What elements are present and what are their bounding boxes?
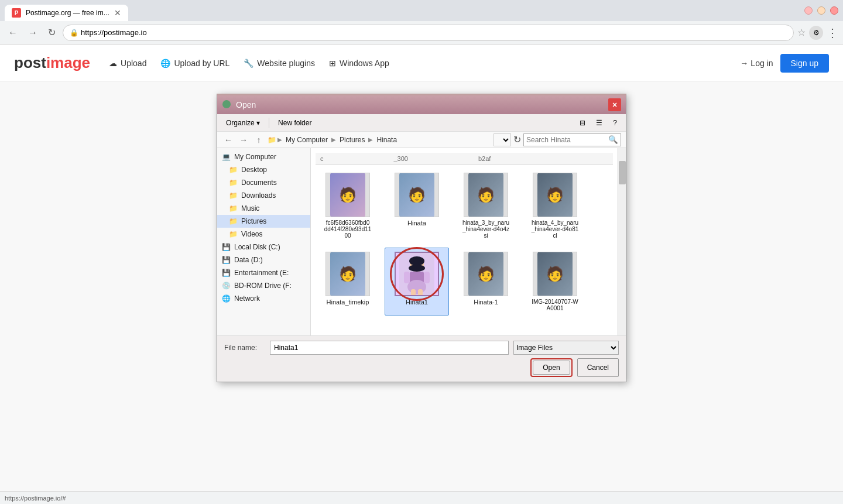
cancel-button[interactable]: Cancel	[577, 358, 619, 377]
network-icon: 🌐	[222, 294, 231, 303]
windows-icon: ⊞	[329, 59, 336, 68]
dialog-overlay: Open × Organize ▾ New folder ⊟ ☰ ? ←	[0, 82, 843, 492]
file-label-7: Hinata-1	[474, 299, 498, 306]
tab-close-icon[interactable]: ✕	[114, 8, 121, 18]
breadcrumb-bar: ← → ↑ 📁 ▶ My Computer ▶ Pictures ▶ Hinat…	[217, 132, 626, 148]
logo-image: image	[46, 54, 90, 71]
minimize-button[interactable]	[804, 6, 813, 15]
new-folder-button[interactable]: New folder	[274, 117, 316, 129]
file-thumb-3: 🧑	[464, 173, 508, 217]
sidebar-item-downloads[interactable]: 📁 Downloads	[217, 189, 310, 202]
reload-button[interactable]: ↻	[44, 25, 59, 40]
dialog-close-button[interactable]: ×	[608, 98, 621, 111]
bc-mycomputer[interactable]: My Computer	[283, 135, 330, 145]
hinata1-svg	[399, 252, 434, 296]
search-bar: 🔍	[523, 133, 621, 146]
file-label-5: Hinata_timekip	[327, 299, 369, 306]
bc-up-button[interactable]: ↑	[252, 133, 265, 146]
forward-button[interactable]: →	[25, 25, 41, 40]
sidebar-item-datad[interactable]: 💾 Data (D:)	[217, 253, 310, 266]
organize-button[interactable]: Organize ▾	[222, 117, 264, 129]
logo-post: post	[14, 54, 46, 71]
action-row: Open Cancel	[224, 358, 619, 377]
sidebar-item-pictures[interactable]: 📁 Pictures	[217, 215, 310, 228]
file-item-1[interactable]: 🧑 fc6f58d6360fbd0dd414f280e93d1100	[316, 169, 380, 243]
site-logo[interactable]: postimage	[14, 54, 90, 72]
breadcrumb-dropdown[interactable]	[494, 133, 511, 146]
breadcrumb-path: 📁 ▶ My Computer ▶ Pictures ▶ Hinata	[268, 135, 489, 145]
search-input[interactable]	[524, 136, 606, 144]
disk-e-icon: 💾	[222, 269, 231, 277]
file-area: c _300 b2af 🧑 fc6f58d6360fbd0dd414f280e9…	[311, 148, 626, 335]
open-button-highlight: Open	[530, 358, 572, 377]
file-thumb-1: 🧑	[325, 173, 370, 217]
tab-title: Postimage.org — free im...	[26, 9, 109, 17]
file-thumb-8: 🧑	[533, 252, 577, 296]
sidebar-item-bdrom[interactable]: 💿 BD-ROM Drive (F:	[217, 279, 310, 292]
file-thumb-4: 🧑	[533, 173, 577, 217]
file-item-8[interactable]: 🧑 IMG-20140707-WA0001	[523, 248, 587, 316]
login-button[interactable]: → Log in	[740, 59, 773, 68]
sidebar-item-documents[interactable]: 📁 Documents	[217, 176, 310, 189]
sidebar-item-entertainment[interactable]: 💾 Entertainment (E:	[217, 266, 310, 279]
file-item-2[interactable]: 🧑 Hinata	[385, 169, 449, 243]
dialog-title: Open	[236, 100, 608, 109]
file-item-4[interactable]: 🧑 hinata_4_by_naru_hina4ever-d4o81cl	[523, 169, 587, 243]
file-item-3[interactable]: 🧑 hinata_3_by_naru_hina4ever-d4o4zsi	[454, 169, 518, 243]
bc-pictures[interactable]: Pictures	[337, 135, 367, 145]
site-header: postimage ☁ Upload 🌐 Upload by URL 🔧 Web…	[0, 44, 843, 82]
file-item-hinata1[interactable]: Hinata1	[385, 248, 449, 316]
file-item-5[interactable]: 🧑 Hinata_timekip	[316, 248, 380, 316]
nav-upload-url[interactable]: 🌐 Upload by URL	[160, 59, 229, 68]
help-button[interactable]: ?	[609, 117, 621, 129]
dialog-body: 💻 My Computer 📁 Desktop 📁 Documents 📁 Do…	[217, 148, 626, 335]
nav-upload[interactable]: ☁ Upload	[109, 59, 146, 68]
bc-forward-button[interactable]: →	[237, 133, 250, 146]
sidebar-item-mycomputer[interactable]: 💻 My Computer	[217, 150, 310, 163]
file-label-4: hinata_4_by_naru_hina4ever-d4o81cl	[532, 220, 579, 239]
sidebar-item-network[interactable]: 🌐 Network	[217, 292, 310, 305]
file-thumb-hinata1	[395, 252, 439, 296]
close-window-button[interactable]	[830, 6, 838, 15]
extension-icons: ⚙	[809, 26, 823, 40]
view-details-button[interactable]: ☰	[592, 117, 606, 129]
browser-tab[interactable]: P Postimage.org — free im... ✕	[5, 5, 128, 21]
file-item-7[interactable]: 🧑 Hinata-1	[454, 248, 518, 316]
bc-back-button[interactable]: ←	[222, 133, 235, 146]
browser-controls: ← → ↻ 🔒 ☆ ⚙ ⋮	[0, 21, 843, 44]
address-wrapper: 🔒	[63, 25, 794, 41]
filetype-select[interactable]: Image Files	[513, 341, 619, 355]
vertical-scrollbar[interactable]	[618, 148, 626, 335]
sidebar-item-music[interactable]: 📁 Music	[217, 202, 310, 215]
open-button[interactable]: Open	[533, 361, 570, 375]
svg-rect-8	[424, 272, 430, 283]
open-dialog: Open × Organize ▾ New folder ⊟ ☰ ? ←	[217, 94, 626, 382]
sidebar-item-localdisk[interactable]: 💾 Local Disk (C:)	[217, 241, 310, 253]
scroll-thumb[interactable]	[619, 161, 626, 184]
bc-hinata[interactable]: Hinata	[374, 135, 399, 145]
filename-input[interactable]	[270, 341, 509, 355]
address-bar[interactable]	[63, 25, 794, 41]
refresh-button[interactable]: ↻	[513, 134, 521, 145]
nav-website-plugins[interactable]: 🔧 Website plugins	[244, 59, 315, 68]
file-thumb-7: 🧑	[464, 252, 508, 296]
view-icon-button[interactable]: ⊟	[575, 117, 590, 129]
search-icon[interactable]: 🔍	[606, 135, 621, 144]
sidebar-pane: 💻 My Computer 📁 Desktop 📁 Documents 📁 Do…	[217, 148, 311, 335]
sidebar-item-desktop[interactable]: 📁 Desktop	[217, 163, 310, 176]
svg-point-9	[407, 280, 426, 294]
disk-d-icon: 💾	[222, 256, 231, 264]
file-label-8: IMG-20140707-WA0001	[532, 299, 578, 311]
svg-rect-10	[411, 289, 416, 296]
svg-point-4	[409, 256, 424, 266]
signup-button[interactable]: Sign up	[780, 54, 829, 73]
back-button[interactable]: ←	[5, 25, 21, 40]
svg-point-0	[222, 100, 231, 108]
ext-icon-1[interactable]: ⚙	[809, 26, 823, 40]
sidebar-item-videos[interactable]: 📁 Videos	[217, 228, 310, 241]
maximize-button[interactable]	[817, 6, 825, 15]
file-thumb-5: 🧑	[325, 252, 370, 296]
bookmark-icon[interactable]: ☆	[797, 27, 806, 38]
nav-windows-app[interactable]: ⊞ Windows App	[329, 59, 389, 68]
browser-menu-icon[interactable]: ⋮	[827, 26, 838, 40]
